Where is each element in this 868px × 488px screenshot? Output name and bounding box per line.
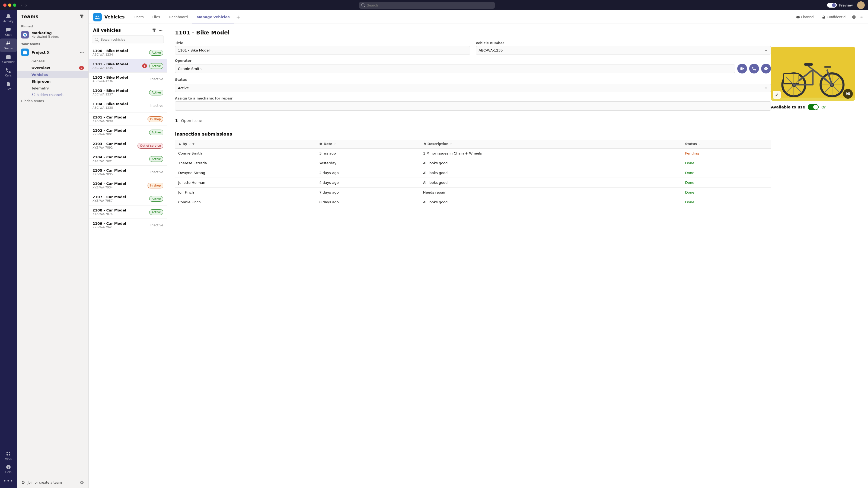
tab-files[interactable]: Files xyxy=(148,10,165,24)
channel-button[interactable]: Channel xyxy=(794,14,816,20)
pinned-team-sub: Northwind Traders xyxy=(31,35,59,38)
status-badge: In shop xyxy=(148,116,163,122)
nav-forward[interactable]: › xyxy=(25,3,27,8)
overflow-icon[interactable] xyxy=(859,15,864,19)
nav-more-button[interactable]: ••• xyxy=(0,476,17,486)
vehicle-item[interactable]: 2102 - Car Model XYZ-WA-7891 Active xyxy=(89,126,167,139)
operator-input[interactable]: Connie Smith xyxy=(175,65,735,73)
col-by[interactable]: By xyxy=(175,140,316,148)
nav-item-calls[interactable]: Calls xyxy=(0,66,17,79)
list-filter-icon[interactable] xyxy=(152,28,156,33)
detail-content-wrap: Title 1101 - Bike Model Vehicle number A… xyxy=(175,41,860,207)
project-x-info: Project X xyxy=(31,51,77,55)
assign-input[interactable] xyxy=(175,101,771,110)
status-badge: Inactive xyxy=(150,77,163,81)
add-tab-button[interactable]: + xyxy=(234,14,243,20)
nav-item-chat[interactable]: Chat xyxy=(0,25,17,38)
title-input[interactable]: 1101 - Bike Model xyxy=(175,46,470,55)
vehicle-item[interactable]: 1100 - Bike Model ABC-WA-1234 Active xyxy=(89,46,167,59)
vehicle-id: ABC-WA-1238 xyxy=(93,106,150,109)
vehicle-item[interactable]: 2109 - Car Model XYZ-WA-7941 Inactive xyxy=(89,219,167,232)
channel-vehicles[interactable]: Vehicles xyxy=(17,71,88,78)
status-label: Status xyxy=(175,78,771,82)
vehicle-status-area: In shop xyxy=(148,183,163,188)
phone-call-button[interactable] xyxy=(749,64,759,73)
filter-col-icon[interactable] xyxy=(192,142,195,145)
vehicle-item[interactable]: 2101 - Car Model XYZ-WA-7890 In shop xyxy=(89,112,167,126)
maximize-button[interactable] xyxy=(13,3,16,7)
nav-item-calendar[interactable]: Calendar xyxy=(0,52,17,66)
settings-icon[interactable] xyxy=(80,480,84,485)
vehicle-name: 2107 - Car Model xyxy=(93,195,149,199)
pinned-team-item[interactable]: M Marketing Northwind Traders xyxy=(17,29,88,40)
col-description[interactable]: Description xyxy=(420,140,682,148)
nav-item-teams[interactable]: Teams xyxy=(0,38,17,52)
channel-telemetry[interactable]: Telemetry xyxy=(17,85,88,92)
panel-header: All vehicles xyxy=(89,24,167,35)
clock-icon xyxy=(319,142,322,145)
channel-shiproom[interactable]: Shiproom xyxy=(17,78,88,85)
vehicle-item[interactable]: 2103 - Car Model XYZ-WA-7892 Out of serv… xyxy=(89,139,167,152)
vehicle-item[interactable]: 2106 - Car Model XYZ-WA-7934 In shop xyxy=(89,179,167,192)
image-edit-button[interactable] xyxy=(773,91,781,99)
vehicle-search-input[interactable] xyxy=(100,37,161,41)
minimize-button[interactable] xyxy=(8,3,11,7)
channel-overview[interactable]: Overview 2 xyxy=(17,65,88,71)
preview-toggle[interactable] xyxy=(827,3,837,8)
nav-item-activity[interactable]: Activity xyxy=(0,11,17,25)
status-badge: Inactive xyxy=(150,223,163,227)
hidden-teams-label: Hidden teams xyxy=(17,98,88,104)
col-date[interactable]: Date xyxy=(316,140,420,148)
nav-back[interactable]: ‹ xyxy=(21,3,22,8)
chat-button[interactable] xyxy=(761,64,771,73)
nav-item-help[interactable]: Help xyxy=(0,462,17,476)
status-select[interactable]: Active xyxy=(175,84,771,92)
vehicle-number-value: ABC-WA-1235 xyxy=(479,48,503,52)
filter-icon[interactable] xyxy=(79,14,84,19)
cell-date: 4 days ago xyxy=(316,178,420,188)
cell-by: Connie Finch xyxy=(175,197,316,207)
vehicle-item[interactable]: 2105 - Car Model XYZ-WA-7895 Inactive xyxy=(89,166,167,179)
vehicle-number-select[interactable]: ABC-WA-1235 xyxy=(476,46,771,55)
vehicle-item[interactable]: 1103 - Bike Model ABC-WA-1237 Active xyxy=(89,86,167,99)
cell-status: Done xyxy=(682,178,771,188)
vehicle-item[interactable]: 2108 - Car Model XYZ-WA-7874 Active xyxy=(89,205,167,219)
vehicle-status-area: Active xyxy=(149,209,163,215)
tab-dashboard[interactable]: Dashboard xyxy=(164,10,192,24)
join-create-team[interactable]: Join or create a team xyxy=(17,477,88,488)
vehicle-name: 2109 - Car Model xyxy=(93,222,150,226)
vehicle-item[interactable]: 1102 - Bike Model ABC-WA-1236 Inactive xyxy=(89,73,167,86)
vehicle-item[interactable]: 2104 - Car Model XYZ-WA-7894 Active xyxy=(89,152,167,166)
video-icon xyxy=(740,66,744,71)
person-icon xyxy=(178,142,182,145)
project-x-team-item[interactable]: Project X xyxy=(17,47,88,58)
info-icon[interactable] xyxy=(852,15,856,19)
vehicle-item[interactable]: 2107 - Car Model XYZ-WA-7957 Active xyxy=(89,192,167,205)
video-call-button[interactable] xyxy=(737,64,747,73)
inspection-status: Done xyxy=(685,190,694,194)
more-list-icon[interactable] xyxy=(158,28,163,33)
tab-manage-vehicles[interactable]: Manage vehicles xyxy=(192,10,234,24)
vehicle-item[interactable]: 1101 - Bike Model ABC-WA-1235 1 Active xyxy=(89,59,167,73)
status-col-label: Status xyxy=(685,142,697,146)
vehicle-image: 95 xyxy=(771,46,855,101)
nav-item-apps[interactable]: Apps xyxy=(0,449,17,462)
vehicle-item[interactable]: 1104 - Bike Model ABC-WA-1238 Inactive xyxy=(89,99,167,112)
channel-general[interactable]: General xyxy=(17,58,88,65)
search-input[interactable] xyxy=(359,2,495,9)
operator-row: Connie Smith xyxy=(175,64,771,73)
window-controls xyxy=(3,3,16,7)
vehicle-id: XYZ-WA-7895 xyxy=(93,172,150,176)
hidden-channels-link[interactable]: 32 hidden channels xyxy=(17,92,88,98)
vehicle-info: 2107 - Car Model XYZ-WA-7957 xyxy=(93,195,149,202)
close-button[interactable] xyxy=(3,3,6,7)
available-toggle[interactable] xyxy=(808,104,818,110)
nav-item-files[interactable]: Files xyxy=(0,79,17,93)
col-status[interactable]: Status xyxy=(682,140,771,148)
confidential-button[interactable]: Confidential xyxy=(820,14,848,20)
more-options-icon[interactable] xyxy=(80,50,84,55)
inspection-table-body: Connie Smith 3 hrs ago 1 Minor issues in… xyxy=(175,148,771,207)
cell-description: All looks good xyxy=(420,168,682,178)
tab-posts[interactable]: Posts xyxy=(130,10,148,24)
avatar[interactable] xyxy=(857,1,865,9)
